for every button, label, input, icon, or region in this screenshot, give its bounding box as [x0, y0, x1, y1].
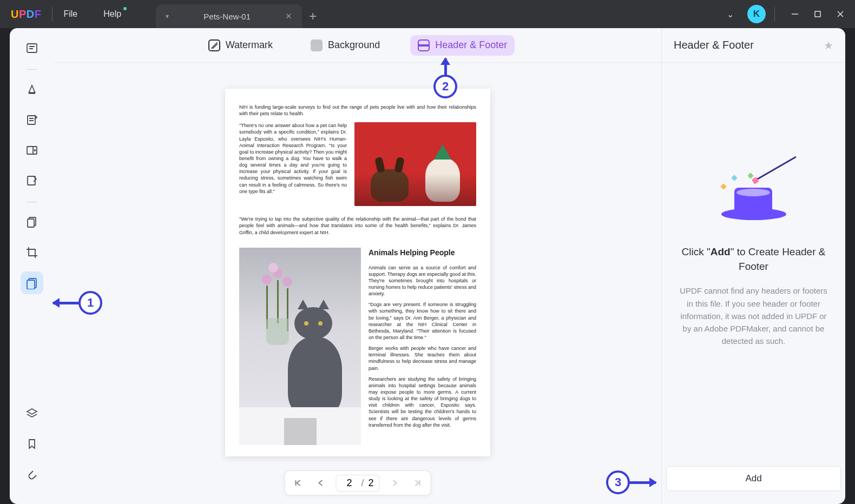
annotation-callout-3: 3: [606, 470, 630, 494]
doc-text: Animals can serve as a source of comfort…: [369, 264, 476, 297]
right-panel-footer: Add: [662, 456, 845, 504]
doc-text: NIH is funding large-scale surveys to fi…: [239, 104, 476, 117]
doc-text: Researchers are studying the safety of b…: [369, 376, 476, 428]
new-tab-button[interactable]: +: [302, 4, 324, 28]
app-logo: UPDF: [11, 8, 41, 21]
right-panel-title: Header & Footer: [674, 39, 754, 51]
minimize-button[interactable]: [784, 5, 806, 23]
annotation-callout-1: 1: [78, 291, 102, 315]
last-page-button[interactable]: [410, 475, 425, 490]
annotation-callout-2: 2: [433, 75, 457, 98]
annotation-arrow-icon: [630, 481, 656, 484]
maximize-button[interactable]: [806, 5, 829, 23]
separator: [27, 69, 37, 70]
header-footer-icon: [418, 39, 430, 51]
doc-text: Berger works with people who have cancer…: [369, 345, 476, 372]
bookmark-icon[interactable]: [21, 433, 43, 455]
close-window-button[interactable]: [829, 5, 852, 23]
close-icon[interactable]: ✕: [285, 11, 292, 21]
page-separator: /: [361, 478, 364, 489]
doc-image-dogs: [354, 122, 476, 206]
tab-title: Pets-New-01: [177, 12, 277, 21]
doc-image-cat: [239, 248, 361, 445]
document-tab[interactable]: ▾ Pets-New-01 ✕: [156, 4, 302, 28]
menu-file[interactable]: File: [63, 9, 77, 19]
organize-tool-icon[interactable]: [21, 139, 43, 162]
window-controls: ⌄ K: [721, 5, 852, 23]
svg-rect-17: [27, 280, 35, 289]
svg-rect-4: [27, 44, 37, 52]
tabs-area: ▾ Pets-New-01 ✕ +: [156, 0, 721, 28]
form-tool-icon[interactable]: [21, 169, 43, 192]
svg-rect-1: [815, 11, 820, 17]
page-total: 2: [369, 478, 374, 489]
magic-hat-icon: [716, 171, 792, 231]
notification-dot-icon: [123, 7, 127, 10]
highlight-tool-icon[interactable]: [21, 78, 43, 101]
svg-line-18: [211, 42, 218, 49]
tab-header-footer[interactable]: Header & Footer: [410, 35, 515, 56]
annotation-arrow-icon: [53, 302, 79, 304]
pages-tool-icon[interactable]: [21, 211, 43, 234]
layers-icon[interactable]: [21, 402, 43, 425]
right-panel-instruction: Click "Add" to Create Header & Footer: [678, 245, 829, 274]
page-navigator: / 2: [284, 470, 431, 495]
document-page: NIH is funding large-scale surveys to fi…: [225, 89, 490, 456]
user-avatar[interactable]: K: [747, 5, 766, 23]
page-number-input[interactable]: [341, 478, 357, 489]
doc-text: "There's no one answer about how a pet c…: [239, 122, 347, 195]
star-icon[interactable]: ★: [824, 39, 833, 52]
tab-watermark[interactable]: Watermark: [201, 35, 280, 56]
tab-label: Header & Footer: [435, 39, 507, 51]
right-panel-header: Header & Footer ★: [662, 28, 845, 63]
menu-help[interactable]: Help: [103, 9, 121, 19]
right-panel: Header & Footer ★ Click "Add" to Create …: [661, 28, 845, 504]
divider: [52, 7, 52, 21]
separator: [27, 202, 37, 202]
svg-point-12: [35, 150, 36, 151]
prev-page-button[interactable]: [313, 475, 328, 490]
add-button[interactable]: Add: [666, 466, 841, 491]
tab-label: Background: [328, 39, 380, 51]
tab-dropdown-icon[interactable]: ▾: [166, 12, 169, 20]
next-page-button[interactable]: [387, 475, 403, 490]
watermark-icon: [208, 39, 220, 51]
app-shell: Watermark Background Header & Footer NIH…: [10, 28, 845, 504]
right-panel-body: Click "Add" to Create Header & Footer UP…: [662, 63, 845, 456]
chevron-down-icon[interactable]: ⌄: [721, 5, 739, 23]
svg-rect-7: [28, 116, 35, 124]
doc-text: "We're trying to tap into the subjective…: [239, 216, 476, 235]
page-tools-tabs: Watermark Background Header & Footer: [54, 28, 661, 63]
tab-label: Watermark: [226, 39, 273, 51]
background-icon: [311, 39, 323, 51]
doc-text: "Dogs are very present. If someone is st…: [369, 301, 476, 341]
left-sidebar: [10, 28, 54, 504]
reader-tool-icon[interactable]: [21, 37, 43, 59]
title-bar: UPDF File Help ▾ Pets-New-01 ✕ + ⌄ K: [0, 0, 855, 28]
canvas[interactable]: NIH is funding large-scale surveys to fi…: [54, 63, 661, 504]
crop-tool-icon[interactable]: [21, 241, 43, 264]
annotation-arrow-icon: [444, 58, 447, 76]
divider: [774, 7, 775, 21]
edit-tool-icon[interactable]: [21, 109, 43, 131]
right-panel-description: UPDF cannot find any headers or footers …: [678, 284, 829, 347]
doc-heading: Animals Helping People: [369, 248, 476, 258]
attachment-icon[interactable]: [21, 463, 43, 486]
content-area: Watermark Background Header & Footer NIH…: [54, 28, 661, 504]
page-input-wrap: / 2: [336, 475, 379, 492]
page-tools-icon[interactable]: [21, 271, 43, 294]
tab-background[interactable]: Background: [303, 35, 387, 56]
first-page-button[interactable]: [290, 475, 305, 490]
svg-rect-15: [28, 219, 34, 227]
